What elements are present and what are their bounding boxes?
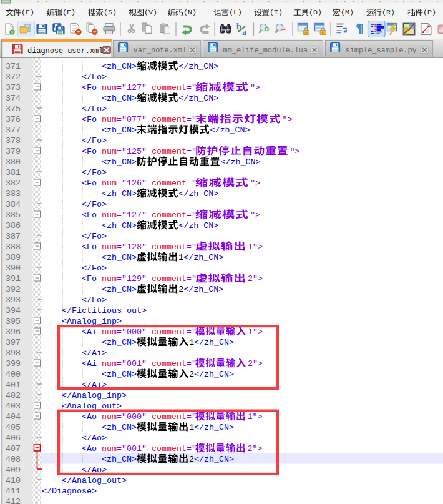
svg-text:</Diagnose>: </Diagnose> xyxy=(42,487,97,496)
svg-text:408: 408 xyxy=(6,455,21,464)
svg-text:</Fictitious_out>: </Fictitious_out> xyxy=(62,306,147,315)
svg-text:num: num xyxy=(102,412,117,422)
svg-text:<Fo: <Fo xyxy=(82,147,97,156)
svg-text:<zh_CN>: <zh_CN> xyxy=(102,62,137,71)
svg-text:="000": ="000" xyxy=(117,327,147,337)
svg-text:387: 387 xyxy=(6,232,21,241)
svg-text:</zh_CN>: </zh_CN> xyxy=(220,157,260,167)
svg-text:num: num xyxy=(102,83,117,92)
svg-text:comment: comment xyxy=(152,444,187,453)
svg-text:comment: comment xyxy=(152,179,187,188)
svg-text:(V): (V) xyxy=(144,8,157,17)
svg-text:</Fo>: </Fo> xyxy=(82,168,107,177)
svg-text:num: num xyxy=(102,210,117,220)
svg-text:395: 395 xyxy=(6,317,21,326)
svg-text:=": =" xyxy=(187,242,197,252)
svg-text:394: 394 xyxy=(6,306,21,315)
svg-text:<Fo: <Fo xyxy=(82,179,97,188)
svg-text:2: 2 xyxy=(178,285,183,294)
svg-text:<Fo: <Fo xyxy=(82,210,97,220)
svg-text:<zh_CN>: <zh_CN> xyxy=(102,221,137,230)
svg-text:<Analog_out>: <Analog_out> xyxy=(62,402,122,411)
svg-text:381: 381 xyxy=(6,168,21,177)
svg-text:comment: comment xyxy=(152,115,187,124)
svg-text:388: 388 xyxy=(6,242,21,252)
svg-text:">: "> xyxy=(250,83,260,92)
svg-text:</Fo>: </Fo> xyxy=(82,104,107,114)
svg-text:=": =" xyxy=(187,115,197,124)
svg-text:=": =" xyxy=(187,179,197,188)
svg-text:<Analog_inp>: <Analog_inp> xyxy=(62,317,122,326)
svg-text:<Ao: <Ao xyxy=(82,444,97,453)
svg-text:372: 372 xyxy=(6,72,21,82)
svg-text:</zh_CN>: </zh_CN> xyxy=(178,189,218,199)
svg-text:373: 373 xyxy=(6,83,21,92)
svg-text:</zh_CN>: </zh_CN> xyxy=(183,285,223,294)
svg-text:375: 375 xyxy=(6,104,21,114)
svg-text:400: 400 xyxy=(6,370,21,379)
svg-text:2">: 2"> xyxy=(248,444,263,453)
svg-text:comment: comment xyxy=(152,83,187,92)
svg-text:var_note.xml: var_note.xml xyxy=(134,46,187,55)
svg-text:380: 380 xyxy=(6,157,21,167)
svg-text:comment: comment xyxy=(152,147,187,156)
svg-text:401: 401 xyxy=(6,380,21,390)
svg-text:="125": ="125" xyxy=(117,147,147,156)
svg-text:374: 374 xyxy=(6,94,21,103)
svg-text:(O): (O) xyxy=(309,8,322,17)
svg-text:">: "> xyxy=(250,179,260,188)
svg-text:371: 371 xyxy=(6,62,21,71)
svg-text:</Analog_inp>: </Analog_inp> xyxy=(62,391,127,400)
svg-text:384: 384 xyxy=(6,200,21,209)
svg-text:="000": ="000" xyxy=(117,412,147,422)
svg-text:<Ai: <Ai xyxy=(82,327,97,337)
svg-text:</Ai>: </Ai> xyxy=(82,348,107,358)
svg-text:num: num xyxy=(102,147,117,156)
svg-text:=": =" xyxy=(187,327,197,337)
svg-text:410: 410 xyxy=(6,476,21,485)
svg-text:(L): (L) xyxy=(229,8,242,17)
svg-text:<Ao: <Ao xyxy=(82,412,97,422)
svg-text:</zh_CN>: </zh_CN> xyxy=(178,94,218,103)
svg-text:</zh_CN>: </zh_CN> xyxy=(194,370,234,379)
svg-text:simple_sample.py: simple_sample.py xyxy=(346,46,417,55)
svg-text:=": =" xyxy=(187,444,197,453)
svg-text:<Fo: <Fo xyxy=(82,83,97,92)
svg-text:<zh_CN>: <zh_CN> xyxy=(102,94,137,103)
svg-text:386: 386 xyxy=(6,221,21,230)
svg-text:406: 406 xyxy=(6,433,21,443)
svg-text:2">: 2"> xyxy=(248,359,263,368)
svg-text:385: 385 xyxy=(6,210,21,220)
svg-text:<Fo: <Fo xyxy=(82,242,97,252)
svg-text:<Ai: <Ai xyxy=(82,359,97,368)
svg-text:<zh_CN>: <zh_CN> xyxy=(102,126,137,135)
svg-text:">: "> xyxy=(250,210,260,220)
svg-text:1">: 1"> xyxy=(248,327,263,337)
svg-text:comment: comment xyxy=(152,359,187,368)
svg-text:num: num xyxy=(102,274,117,284)
svg-text:(T): (T) xyxy=(270,8,283,17)
svg-text:</zh_CN>: </zh_CN> xyxy=(194,455,234,464)
svg-text:(F): (F) xyxy=(21,8,34,17)
svg-text:377: 377 xyxy=(6,126,21,135)
svg-text:</zh_CN>: </zh_CN> xyxy=(210,126,250,135)
svg-text:=": =" xyxy=(187,359,197,368)
svg-text:<zh_CN>: <zh_CN> xyxy=(102,455,137,464)
svg-text:<zh_CN>: <zh_CN> xyxy=(102,157,137,167)
svg-text:comment: comment xyxy=(152,242,187,252)
svg-text:407: 407 xyxy=(6,444,21,453)
svg-text:num: num xyxy=(102,242,117,252)
svg-text:</zh_CN>: </zh_CN> xyxy=(194,423,234,432)
svg-text:392: 392 xyxy=(6,285,21,294)
svg-text:num: num xyxy=(102,179,117,188)
svg-text:mm_elite_module.lua: mm_elite_module.lua xyxy=(223,46,308,55)
svg-text:num: num xyxy=(102,327,117,337)
svg-text:num: num xyxy=(102,359,117,368)
svg-text:=": =" xyxy=(187,147,197,156)
svg-text:</Fo>: </Fo> xyxy=(82,264,107,273)
svg-text:403: 403 xyxy=(6,402,21,411)
svg-text:412: 412 xyxy=(6,497,21,504)
svg-text:397: 397 xyxy=(6,338,21,347)
svg-text:376: 376 xyxy=(6,115,21,124)
svg-text:<zh_CN>: <zh_CN> xyxy=(102,253,137,262)
